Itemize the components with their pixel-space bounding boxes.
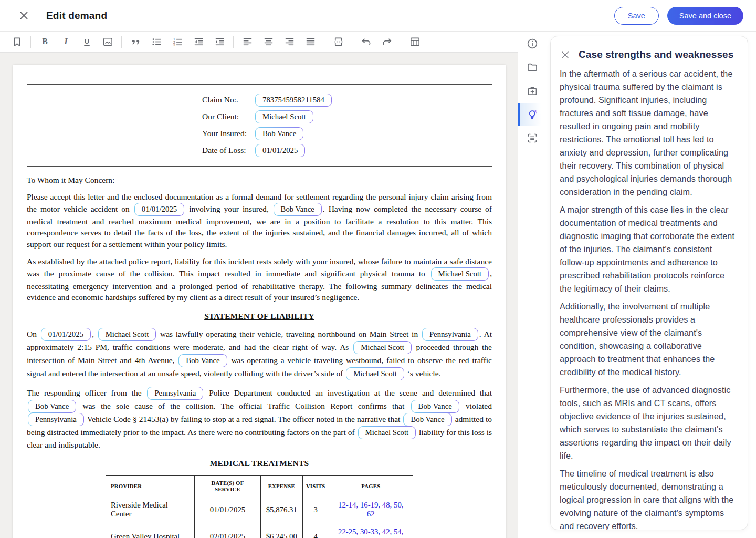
- insights-panel-title: Case strengths and weaknesses: [579, 49, 733, 60]
- image-button[interactable]: [99, 34, 116, 50]
- merge-field-pill[interactable]: Bob Vance: [178, 354, 227, 367]
- merge-field-pill[interactable]: 01/01/2025: [41, 328, 91, 341]
- save-and-close-button[interactable]: Save and close: [667, 7, 743, 25]
- insert-table-button[interactable]: [406, 34, 423, 50]
- table-cell-provider: Green Valley Hospital: [106, 523, 195, 538]
- letter-paragraph: The responding officer from the Pennsylv…: [27, 387, 492, 451]
- page-break-button[interactable]: [330, 34, 346, 50]
- sidebar-item-info[interactable]: [518, 32, 547, 55]
- letter-paragraph: As established by the attached police re…: [27, 256, 492, 303]
- merge-field-pill[interactable]: Bob Vance: [255, 127, 303, 140]
- table-header: EXPENSE: [260, 476, 302, 496]
- svg-text:U: U: [84, 37, 89, 45]
- underline-icon: U: [81, 36, 93, 48]
- align-justify-button[interactable]: [302, 34, 319, 50]
- merge-field-pill[interactable]: Michael Scott: [255, 110, 313, 123]
- align-left-icon: [242, 36, 254, 48]
- claim-fields-block: Claim No:.7837545958211584Our Client:Mic…: [202, 91, 492, 159]
- table-cell-dates: 01/01/2025: [195, 496, 260, 523]
- insights-panel-header: Case strengths and weaknesses: [560, 49, 739, 60]
- italic-button[interactable]: I: [57, 34, 74, 50]
- bullet-list-button[interactable]: [148, 34, 165, 50]
- claim-field-label: Date of Loss:: [202, 146, 255, 155]
- merge-field-pill[interactable]: Michael Scott: [98, 328, 156, 341]
- tools-sidebar: [518, 32, 547, 538]
- claim-field-row: Claim No:.7837545958211584: [202, 91, 492, 108]
- frame-text-icon: [526, 132, 539, 144]
- align-center-button[interactable]: [260, 34, 277, 50]
- merge-field-pill[interactable]: 01/01/2025: [255, 144, 305, 157]
- horizontal-rule: [27, 84, 492, 85]
- indent-button[interactable]: [211, 34, 228, 50]
- salutation: To Whom it May Concern:: [27, 175, 492, 185]
- bold-icon: B: [39, 36, 51, 48]
- quote-icon: [130, 36, 142, 48]
- header-actions: Save Save and close: [614, 7, 743, 25]
- numbered-list-icon: 123: [172, 36, 184, 48]
- pages-link[interactable]: 12-14, 16-19, 48, 50, 62: [329, 496, 413, 523]
- claim-field-label: Your Insured:: [202, 129, 255, 138]
- merge-field-pill[interactable]: Michael Scott: [353, 341, 412, 354]
- insight-paragraph: In the aftermath of a serious car accide…: [560, 67, 739, 199]
- svg-text:B: B: [42, 37, 48, 46]
- align-right-icon: [284, 36, 296, 48]
- sidebar-item-lightbulb-sparkle[interactable]: [518, 103, 547, 126]
- table-cell-visits: 4: [302, 523, 329, 538]
- insight-paragraph: Furthermore, the use of advanced diagnos…: [560, 384, 739, 462]
- sidebar-item-folder[interactable]: [518, 56, 547, 79]
- letter-paragraph: On 01/01/2025, Michael Scott was lawfull…: [27, 328, 492, 380]
- claim-field-row: Date of Loss:01/01/2025: [202, 142, 492, 159]
- merge-field-pill[interactable]: Bob Vance: [274, 203, 322, 216]
- merge-field-pill[interactable]: 01/01/2025: [134, 203, 184, 216]
- page-break-icon: [332, 36, 344, 48]
- table-header: PAGES: [329, 476, 413, 496]
- merge-field-pill[interactable]: Michael Scott: [346, 367, 404, 380]
- save-button[interactable]: Save: [614, 7, 659, 25]
- align-left-button[interactable]: [239, 34, 256, 50]
- sidebar-item-frame-text[interactable]: [518, 127, 547, 150]
- image-icon: [102, 36, 114, 48]
- redo-button[interactable]: [379, 34, 395, 50]
- claim-field-row: Our Client:Michael Scott: [202, 108, 492, 125]
- svg-text:3: 3: [173, 43, 175, 47]
- redo-icon: [381, 36, 393, 48]
- toolbar-divider: [233, 36, 234, 48]
- merge-field-pill[interactable]: Pennsylvania: [28, 413, 84, 426]
- table-cell-dates: 02/01/2025: [195, 523, 260, 538]
- merge-field-pill[interactable]: 7837545958211584: [255, 94, 332, 107]
- page-title: Edit demand: [46, 10, 107, 22]
- italic-icon: I: [60, 36, 72, 48]
- insight-paragraph: A major strength of this case lies in th…: [560, 203, 739, 295]
- table-header: VISITS: [302, 476, 329, 496]
- close-panel-button[interactable]: [560, 49, 571, 60]
- bold-button[interactable]: B: [36, 34, 53, 50]
- claim-field-label: Claim No:.: [202, 95, 255, 105]
- merge-field-pill[interactable]: Bob Vance: [411, 400, 459, 413]
- underline-button[interactable]: U: [78, 34, 95, 50]
- horizontal-rule: [27, 166, 492, 167]
- pages-link[interactable]: 22-25, 30-33, 42, 54, 70: [329, 523, 413, 538]
- align-right-button[interactable]: [281, 34, 298, 50]
- merge-field-pill[interactable]: Bob Vance: [403, 413, 452, 426]
- letter-paper[interactable]: Claim No:.7837545958211584Our Client:Mic…: [13, 65, 506, 538]
- toolbar-divider: [401, 36, 401, 48]
- toolbar-divider: [324, 36, 324, 48]
- lightbulb-sparkle-icon: [526, 108, 539, 121]
- outdent-button[interactable]: [190, 34, 207, 50]
- quote-button[interactable]: [127, 34, 144, 50]
- undo-button[interactable]: [358, 34, 374, 50]
- insert-table-icon: [409, 36, 421, 48]
- merge-field-pill[interactable]: Pennsylvania: [422, 328, 478, 341]
- table-cell-expense: $6,245.00: [260, 523, 302, 538]
- bookmark-button[interactable]: [8, 34, 25, 50]
- close-editor-button[interactable]: [17, 9, 30, 22]
- sidebar-item-case-plus[interactable]: [518, 79, 547, 102]
- numbered-list-button[interactable]: 123: [169, 34, 186, 50]
- merge-field-pill[interactable]: Bob Vance: [28, 400, 76, 413]
- merge-field-pill[interactable]: Pennsylvania: [147, 387, 203, 400]
- insights-panel: Case strengths and weaknesses In the aft…: [550, 36, 748, 530]
- merge-field-pill[interactable]: Michael Scott: [431, 267, 489, 281]
- merge-field-pill[interactable]: Michael Scott: [358, 426, 416, 439]
- section-heading: STATEMENT OF LIABILITY: [27, 312, 492, 321]
- outdent-icon: [193, 36, 205, 48]
